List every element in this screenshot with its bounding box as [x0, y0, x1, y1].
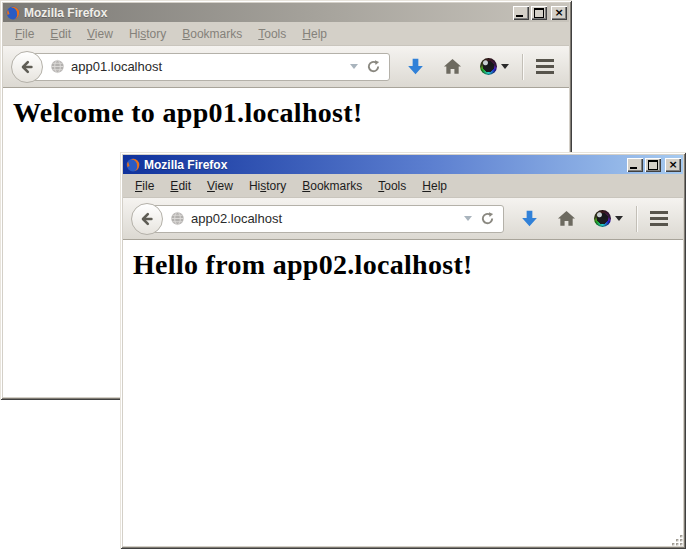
resize-grip[interactable]: [670, 533, 684, 547]
color-wheel-icon: [594, 210, 611, 227]
menu-item-view[interactable]: View: [199, 176, 241, 196]
close-button[interactable]: [551, 6, 567, 20]
urlbar-dropdown-icon[interactable]: [350, 64, 358, 69]
back-button[interactable]: [131, 203, 163, 235]
menu-item-file[interactable]: File: [127, 176, 162, 196]
hamburger-icon: [650, 211, 668, 226]
toolbar-separator: [636, 206, 637, 232]
firefox-icon: [6, 6, 20, 20]
colorwheel-button[interactable]: [480, 58, 509, 75]
menu-item-help[interactable]: Help: [294, 24, 335, 44]
hamburger-menu-button[interactable]: [536, 59, 554, 74]
menu-item-edit[interactable]: Edit: [162, 176, 199, 196]
menu-item-bookmarks[interactable]: Bookmarks: [174, 24, 250, 44]
window-title: Mozilla Firefox: [24, 6, 509, 20]
download-icon[interactable]: [406, 57, 425, 76]
close-icon: [551, 6, 567, 20]
hamburger-icon: [536, 59, 554, 74]
url-bar[interactable]: app02.localhost: [146, 205, 504, 233]
toolbar-separator: [522, 54, 523, 80]
menu-item-help[interactable]: Help: [414, 176, 455, 196]
colorwheel-dropdown-icon: [615, 216, 623, 221]
color-wheel-icon: [480, 58, 497, 75]
colorwheel-button[interactable]: [594, 210, 623, 227]
window-title: Mozilla Firefox: [144, 158, 623, 172]
globe-icon: [170, 211, 185, 226]
menu-item-bookmarks[interactable]: Bookmarks: [294, 176, 370, 196]
navigation-toolbar: app01.localhost: [3, 46, 569, 88]
menu-item-file[interactable]: File: [7, 24, 42, 44]
download-icon[interactable]: [520, 209, 539, 228]
home-icon[interactable]: [557, 209, 576, 228]
menu-item-tools[interactable]: Tools: [250, 24, 294, 44]
page-content: Hello from app02.localhost!: [123, 240, 683, 546]
url-text[interactable]: app01.localhost: [71, 59, 344, 74]
minimize-button[interactable]: [513, 6, 529, 20]
home-icon[interactable]: [443, 57, 462, 76]
reload-icon[interactable]: [366, 59, 381, 74]
maximize-icon: [534, 8, 544, 18]
maximize-button[interactable]: [645, 158, 661, 172]
urlbar-dropdown-icon[interactable]: [464, 216, 472, 221]
page-heading: Hello from app02.localhost!: [133, 249, 683, 281]
reload-icon[interactable]: [480, 211, 495, 226]
minimize-button[interactable]: [627, 158, 643, 172]
minimize-icon: [516, 15, 523, 17]
firefox-window-app02[interactable]: Mozilla Firefox FileEditViewHistoryBookm…: [120, 152, 686, 549]
menu-bar: FileEditViewHistoryBookmarksToolsHelp: [123, 174, 683, 198]
titlebar[interactable]: Mozilla Firefox: [3, 3, 569, 22]
url-bar[interactable]: app01.localhost: [26, 53, 390, 81]
back-arrow-icon: [139, 211, 155, 227]
menu-item-tools[interactable]: Tools: [370, 176, 414, 196]
menu-item-view[interactable]: View: [79, 24, 121, 44]
page-heading: Welcome to app01.localhost!: [13, 97, 569, 129]
maximize-icon: [648, 160, 658, 170]
close-icon: [665, 158, 681, 172]
firefox-icon: [126, 158, 140, 172]
navigation-toolbar: app02.localhost: [123, 198, 683, 240]
close-button[interactable]: [665, 158, 681, 172]
menu-item-history[interactable]: History: [121, 24, 174, 44]
minimize-icon: [630, 167, 637, 169]
hamburger-menu-button[interactable]: [650, 211, 668, 226]
colorwheel-dropdown-icon: [501, 64, 509, 69]
url-text[interactable]: app02.localhost: [191, 211, 458, 226]
maximize-button[interactable]: [531, 6, 547, 20]
back-arrow-icon: [19, 59, 35, 75]
menu-item-edit[interactable]: Edit: [42, 24, 79, 44]
titlebar[interactable]: Mozilla Firefox: [123, 155, 683, 174]
back-button[interactable]: [11, 51, 43, 83]
menu-item-history[interactable]: History: [241, 176, 294, 196]
menu-bar: FileEditViewHistoryBookmarksToolsHelp: [3, 22, 569, 46]
globe-icon: [50, 59, 65, 74]
